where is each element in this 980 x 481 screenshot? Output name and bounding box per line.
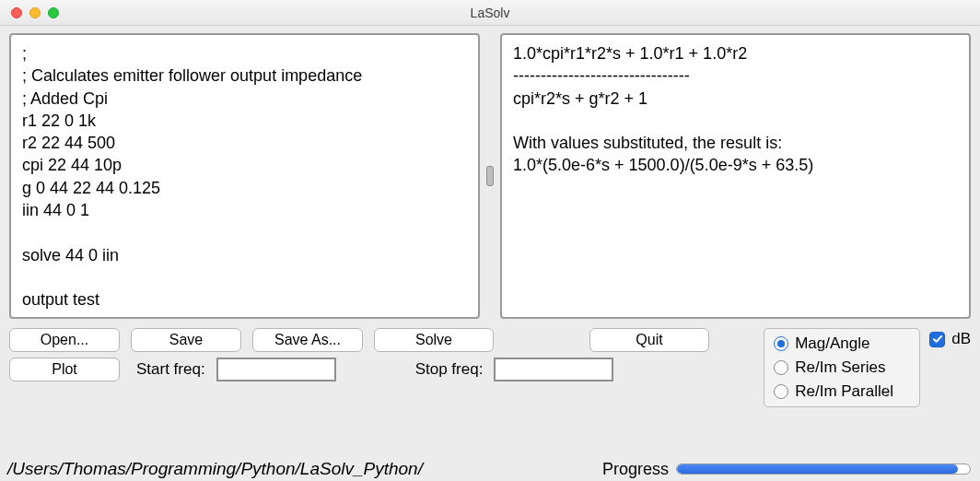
db-checkbox[interactable]: dB — [929, 330, 971, 348]
radio-re-im-series[interactable]: Re/Im Series — [774, 358, 906, 377]
radio-mag-angle[interactable]: Mag/Angle — [774, 334, 906, 353]
radio-icon — [774, 360, 788, 375]
stop-freq-input[interactable] — [494, 358, 613, 381]
start-freq-label: Start freq: — [136, 360, 205, 379]
save-button[interactable]: Save — [131, 328, 241, 352]
radio-label: Re/Im Series — [795, 358, 885, 377]
maximize-icon[interactable] — [48, 7, 59, 18]
window-title: LaSolv — [0, 6, 980, 20]
stop-freq-label: Stop freq: — [415, 360, 484, 379]
display-mode-group: Mag/Angle Re/Im Series Re/Im Parallel — [764, 328, 920, 407]
plot-button[interactable]: Plot — [9, 358, 120, 381]
file-path: /Users/Thomas/Programming/Python/LaSolv_… — [7, 459, 602, 479]
radio-icon — [774, 336, 788, 351]
input-textarea[interactable]: ; ; Calculates emitter follower output i… — [9, 33, 480, 319]
radio-label: Re/Im Parallel — [795, 382, 893, 401]
open-button[interactable]: Open... — [9, 328, 120, 352]
progress-bar — [676, 463, 971, 475]
progress-fill — [677, 464, 958, 474]
quit-button[interactable]: Quit — [589, 328, 709, 352]
status-bar: /Users/Thomas/Programming/Python/LaSolv_… — [0, 457, 980, 479]
save-as-button[interactable]: Save As... — [252, 328, 363, 352]
close-icon[interactable] — [11, 7, 22, 18]
sash-handle-icon[interactable] — [486, 166, 494, 186]
radio-label: Mag/Angle — [795, 334, 869, 353]
db-label: dB — [951, 330, 971, 348]
radio-icon — [774, 384, 788, 399]
output-textarea[interactable]: 1.0*cpi*r1*r2*s + 1.0*r1 + 1.0*r2 ------… — [500, 33, 971, 319]
titlebar: LaSolv — [0, 0, 980, 26]
pane-divider[interactable] — [484, 33, 496, 319]
radio-re-im-parallel[interactable]: Re/Im Parallel — [774, 382, 906, 401]
solve-button[interactable]: Solve — [374, 328, 494, 352]
start-freq-input[interactable] — [216, 358, 336, 381]
progress-label: Progress — [602, 460, 669, 479]
minimize-icon[interactable] — [29, 7, 41, 18]
checkbox-checked-icon — [929, 332, 945, 347]
window-controls — [0, 7, 59, 18]
